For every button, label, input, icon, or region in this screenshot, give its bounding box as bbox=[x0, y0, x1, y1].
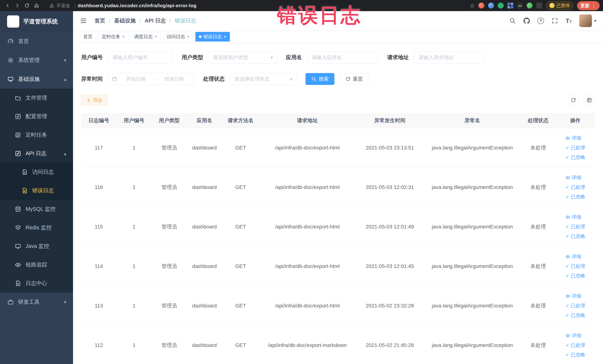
github-link[interactable] bbox=[523, 17, 530, 24]
request-url-input[interactable] bbox=[414, 52, 484, 63]
sidebar-item-api-log[interactable]: API 日志 ▴ bbox=[0, 144, 73, 163]
extension-icon-green[interactable] bbox=[498, 3, 504, 9]
tab-home[interactable]: 首页 bbox=[80, 32, 96, 42]
date-start-placeholder[interactable]: 开始日期 bbox=[120, 76, 152, 82]
tab-access-log[interactable]: 访问日志 × bbox=[163, 32, 193, 42]
ignored-link[interactable]: ✓已忽略 bbox=[565, 193, 585, 201]
refresh-table-button[interactable] bbox=[568, 94, 579, 106]
close-icon[interactable]: × bbox=[155, 34, 157, 39]
detail-link[interactable]: 详细 bbox=[565, 174, 581, 181]
export-button[interactable]: 导出 bbox=[81, 95, 107, 106]
ignored-link[interactable]: ✓已忽略 bbox=[565, 351, 585, 359]
main-area: 首页 / 基础设施 / API 日志 / 错误日志 ? T T ▾ bbox=[73, 11, 603, 364]
date-range-picker[interactable]: 开始日期 - 结束日期 bbox=[107, 73, 194, 85]
processed-link[interactable]: ✓已处理 bbox=[565, 144, 585, 152]
sidebar-item-label: API 日志 bbox=[26, 150, 46, 157]
fullscreen-button[interactable] bbox=[551, 17, 558, 24]
browser-update-button[interactable]: 更新 ⋮ bbox=[577, 1, 600, 10]
detail-link[interactable]: 详细 bbox=[565, 293, 581, 300]
sidebar-item-error-log[interactable]: 错误日志 bbox=[0, 181, 73, 200]
extension-icon-paw[interactable] bbox=[536, 3, 542, 9]
extension-icon-red[interactable] bbox=[478, 3, 484, 9]
bookmark-star-icon[interactable]: ☆ bbox=[470, 2, 475, 9]
column-settings-button[interactable] bbox=[584, 94, 595, 106]
url-bar[interactable]: dashboard.yudao.iocoder.cn/infra/log/api… bbox=[78, 3, 197, 9]
site-security-info[interactable]: 不安全 bbox=[49, 3, 70, 9]
toolbar-right bbox=[568, 94, 595, 106]
sidebar-item-home[interactable]: 首页 bbox=[0, 32, 73, 51]
font-size-button[interactable]: T T bbox=[566, 17, 572, 24]
app-name-input[interactable] bbox=[307, 52, 378, 63]
sidebar-item-label: 访问日志 bbox=[32, 168, 54, 176]
search-submit-button[interactable]: 搜索 bbox=[305, 73, 334, 85]
detail-link[interactable]: 详细 bbox=[565, 332, 581, 339]
user-type-select[interactable] bbox=[208, 52, 277, 63]
processed-link[interactable]: ✓已处理 bbox=[565, 302, 585, 309]
check-icon: ✓ bbox=[565, 352, 569, 357]
processed-link[interactable]: ✓已处理 bbox=[565, 223, 585, 231]
sidebar-toggle-button[interactable] bbox=[80, 17, 87, 24]
reset-button[interactable]: 重置 bbox=[340, 73, 369, 85]
breadcrumb-item[interactable]: 基础设施 bbox=[114, 17, 136, 24]
browser-back-button[interactable] bbox=[3, 1, 12, 10]
sidebar-item-redis[interactable]: Redis 监控 bbox=[0, 218, 73, 237]
check-icon: ✓ bbox=[565, 145, 569, 150]
browser-reload-button[interactable] bbox=[23, 1, 31, 10]
processed-link[interactable]: ✓已处理 bbox=[565, 184, 585, 191]
sidebar-item-file[interactable]: 文件管理 bbox=[0, 89, 73, 107]
processed-link[interactable]: ✓已处理 bbox=[565, 341, 585, 349]
detail-link[interactable]: 详细 bbox=[565, 213, 581, 221]
error-log-table: 日志编号 用户编号 用户类型 应用名 请求方法名 请求地址 异常发生时间 异常名… bbox=[81, 113, 595, 364]
sidebar-item-devtools[interactable]: 研发工具 ▾ bbox=[0, 293, 73, 312]
field-app-name: 应用名 bbox=[286, 52, 378, 63]
extension-icon-leaf[interactable] bbox=[527, 3, 533, 9]
sidebar-item-job[interactable]: 定时任务 bbox=[0, 126, 73, 144]
sidebar-item-infra[interactable]: 基础设施 ▴ bbox=[0, 70, 73, 89]
sidebar-item-trace[interactable]: 链路追踪 bbox=[0, 256, 73, 274]
close-icon[interactable]: × bbox=[122, 34, 125, 39]
extension-icon-blue[interactable] bbox=[488, 3, 494, 9]
process-status-select[interactable] bbox=[230, 73, 297, 85]
tab-error-log[interactable]: 错误日志 × bbox=[195, 32, 230, 42]
cell-status: 未处理 bbox=[521, 128, 556, 167]
date-end-placeholder[interactable]: 结束日期 bbox=[158, 76, 190, 82]
search-button[interactable] bbox=[509, 17, 516, 24]
detail-link[interactable]: 详细 bbox=[565, 253, 581, 260]
close-icon[interactable]: × bbox=[224, 34, 227, 39]
cell-actions: 详细 ✓已处理 ✓已忽略 bbox=[556, 207, 595, 247]
browser-forward-button[interactable] bbox=[13, 1, 22, 10]
tab-schedule-log[interactable]: 调度日志 × bbox=[131, 32, 161, 42]
user-menu[interactable]: ▾ bbox=[579, 14, 596, 27]
field-exception-time: 异常时间 开始日期 - 结束日期 bbox=[81, 73, 194, 85]
sidebar-item-log-center[interactable]: 日志中心 bbox=[0, 274, 73, 293]
processed-link[interactable]: ✓已处理 bbox=[565, 263, 585, 270]
detail-link[interactable]: 详细 bbox=[565, 134, 581, 142]
ignored-link[interactable]: ✓已忽略 bbox=[565, 154, 585, 161]
ignored-link[interactable]: ✓已忽略 bbox=[565, 272, 585, 280]
ignored-link[interactable]: ✓已忽略 bbox=[565, 233, 585, 240]
sidebar-item-label: 链路追踪 bbox=[26, 261, 47, 269]
chevron-down-icon: ▾ bbox=[64, 58, 66, 63]
browser-home-button[interactable] bbox=[32, 1, 41, 10]
sidebar-item-mysql[interactable]: MySQL 监控 bbox=[0, 200, 73, 218]
help-button[interactable]: ? bbox=[537, 17, 544, 24]
paused-badge[interactable]: 已暂停 bbox=[546, 1, 573, 10]
cell-exception: java.lang.IllegalArgumentException bbox=[424, 286, 521, 325]
sidebar-item-system[interactable]: 系统管理 ▾ bbox=[0, 51, 73, 70]
user-id-input[interactable] bbox=[107, 52, 173, 63]
cell-request-url: /api/infra/db-doc/export-html bbox=[259, 207, 356, 247]
extension-icon-grid[interactable] bbox=[507, 3, 513, 9]
sidebar-logo[interactable]: 芋道管理系统 bbox=[0, 11, 73, 32]
breadcrumb-item[interactable]: 首页 bbox=[94, 17, 105, 24]
extension-icon-on-badge[interactable]: on bbox=[517, 3, 523, 9]
sidebar-item-java[interactable]: Java 监控 bbox=[0, 237, 73, 256]
close-icon[interactable]: × bbox=[187, 34, 190, 39]
sidebar-item-access-log[interactable]: 访问日志 bbox=[0, 163, 73, 181]
breadcrumb-item[interactable]: API 日志 bbox=[145, 17, 166, 24]
ignored-link[interactable]: ✓已忽略 bbox=[565, 312, 585, 319]
table-row: 116 1 管理员 dashboard GET /api/infra/db-do… bbox=[81, 167, 595, 207]
sidebar-item-config[interactable]: 配置管理 bbox=[0, 107, 73, 126]
tab-job[interactable]: 定时任务 × bbox=[98, 32, 128, 42]
check-icon: ✓ bbox=[565, 313, 569, 318]
check-icon: ✓ bbox=[565, 303, 569, 308]
